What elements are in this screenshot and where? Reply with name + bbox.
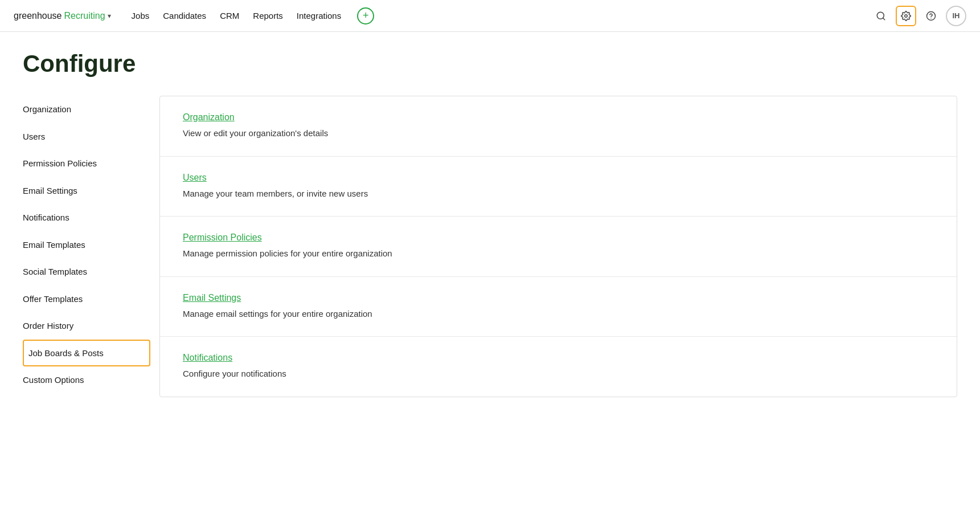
section-permission-policies: Permission Policies Manage permission po… — [160, 217, 957, 277]
chevron-down-icon: ▾ — [108, 12, 111, 20]
brand-recruiting: Recruiting — [64, 11, 105, 21]
top-nav: greenhouse Recruiting ▾ Jobs Candidates … — [0, 0, 980, 32]
email-settings-desc: Manage email settings for your entire or… — [183, 308, 934, 321]
permission-policies-desc: Manage permission policies for your enti… — [183, 247, 934, 260]
brand-logo[interactable]: greenhouse Recruiting ▾ — [14, 11, 111, 21]
nav-right-actions: IH — [871, 6, 966, 26]
page-container: Configure Organization Users Permission … — [0, 32, 980, 420]
search-icon — [876, 11, 886, 21]
add-button[interactable]: + — [357, 7, 374, 25]
main-nav-links: Jobs Candidates CRM Reports Integrations — [132, 11, 342, 21]
section-email-settings: Email Settings Manage email settings for… — [160, 277, 957, 337]
svg-line-1 — [883, 18, 884, 19]
gear-icon — [901, 11, 911, 21]
section-notifications: Notifications Configure your notificatio… — [160, 337, 957, 397]
page-title: Configure — [23, 50, 957, 77]
nav-jobs[interactable]: Jobs — [132, 11, 150, 21]
nav-candidates[interactable]: Candidates — [163, 11, 206, 21]
search-button[interactable] — [871, 6, 891, 26]
organization-desc: View or edit your organization's details — [183, 127, 934, 140]
sidebar-item-job-boards-posts[interactable]: Job Boards & Posts — [23, 340, 150, 367]
nav-crm[interactable]: CRM — [220, 11, 239, 21]
help-icon — [926, 11, 936, 21]
help-button[interactable] — [921, 6, 941, 26]
sidebar-item-custom-options[interactable]: Custom Options — [23, 366, 150, 394]
users-desc: Manage your team members, or invite new … — [183, 187, 934, 201]
sidebar-item-permission-policies[interactable]: Permission Policies — [23, 150, 150, 177]
sidebar-item-users[interactable]: Users — [23, 123, 150, 150]
sidebar-item-offer-templates[interactable]: Offer Templates — [23, 285, 150, 313]
notifications-link[interactable]: Notifications — [183, 353, 934, 363]
organization-link[interactable]: Organization — [183, 112, 934, 123]
section-organization: Organization View or edit your organizat… — [160, 96, 957, 157]
nav-integrations[interactable]: Integrations — [297, 11, 341, 21]
nav-reports[interactable]: Reports — [253, 11, 283, 21]
svg-point-2 — [905, 14, 908, 17]
sidebar-item-email-settings[interactable]: Email Settings — [23, 177, 150, 205]
sidebar-item-organization[interactable]: Organization — [23, 96, 150, 123]
email-settings-link[interactable]: Email Settings — [183, 293, 934, 303]
sidebar-item-social-templates[interactable]: Social Templates — [23, 258, 150, 285]
user-avatar-button[interactable]: IH — [946, 6, 966, 26]
content-layout: Organization Users Permission Policies E… — [23, 96, 957, 420]
users-link[interactable]: Users — [183, 173, 934, 183]
sidebar-item-notifications[interactable]: Notifications — [23, 204, 150, 231]
main-content: Organization View or edit your organizat… — [159, 96, 957, 397]
settings-button[interactable] — [896, 6, 916, 26]
brand-greenhouse: greenhouse — [14, 11, 62, 21]
sidebar-item-email-templates[interactable]: Email Templates — [23, 231, 150, 259]
section-users: Users Manage your team members, or invit… — [160, 157, 957, 217]
permission-policies-link[interactable]: Permission Policies — [183, 232, 934, 243]
sidebar-item-order-history[interactable]: Order History — [23, 312, 150, 340]
notifications-desc: Configure your notifications — [183, 368, 934, 381]
sidebar: Organization Users Permission Policies E… — [23, 96, 159, 420]
